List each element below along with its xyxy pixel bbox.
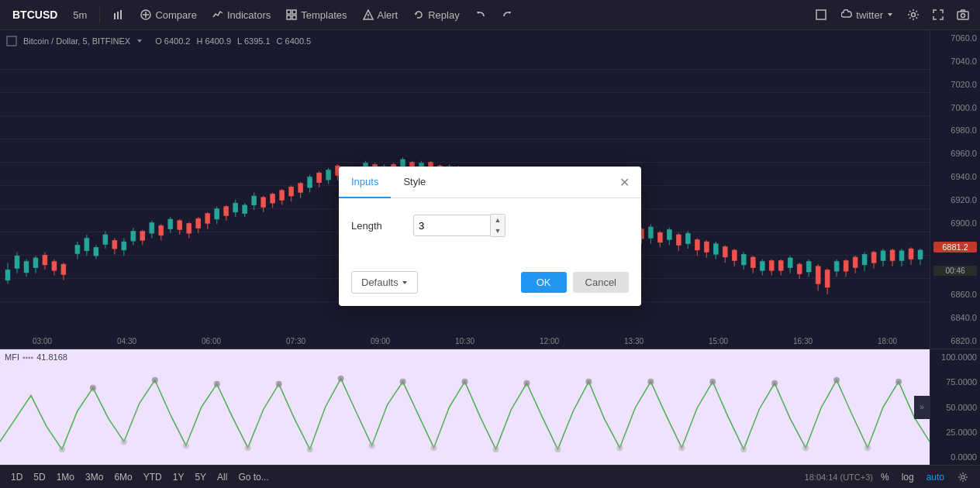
price-6920: 6920.0 — [933, 195, 977, 204]
modal-body: Length ▲ ▼ — [339, 198, 641, 265]
price-7020: 7020.0 — [933, 80, 977, 89]
symbol-text: BTCUSD — [12, 9, 57, 21]
defaults-label: Defaults — [361, 277, 399, 288]
percent-btn[interactable]: % — [876, 470, 894, 484]
period-6mo[interactable]: 6Mo — [109, 470, 136, 484]
svg-rect-187 — [657, 232, 662, 242]
mfi-icons: ▪▪▪▪ — [22, 353, 33, 362]
svg-rect-129 — [261, 198, 266, 208]
settings-btn[interactable] — [902, 4, 924, 26]
length-input[interactable] — [413, 215, 491, 236]
alert-icon — [363, 9, 374, 20]
top-bar-right: twitter — [810, 4, 974, 26]
svg-rect-39 — [122, 242, 126, 250]
ohlc-l: L 6395.1 — [237, 36, 270, 46]
svg-point-240 — [369, 442, 375, 448]
mfi-100: 100.0000 — [933, 352, 977, 362]
stepper-up-btn[interactable]: ▲ — [491, 215, 505, 225]
period-1d[interactable]: 1D — [6, 470, 27, 484]
defaults-btn[interactable]: Defaults — [351, 271, 418, 294]
modal-footer: Defaults OK Cancel — [339, 265, 641, 306]
svg-rect-111 — [61, 264, 66, 275]
svg-rect-91 — [760, 261, 764, 270]
modal-close-btn[interactable]: ✕ — [613, 171, 635, 193]
svg-rect-195 — [723, 246, 727, 257]
mfi-name: MFI — [5, 352, 19, 362]
timeframe-label[interactable]: 5m — [67, 6, 93, 24]
fullscreen-btn[interactable] — [810, 4, 832, 26]
svg-rect-51 — [243, 205, 247, 214]
modal-header: Inputs Style ✕ — [339, 167, 641, 198]
templates-btn[interactable]: Templates — [280, 6, 353, 24]
indicators-btn[interactable]: Indicators — [206, 6, 277, 24]
mfi-scale: 100.0000 75.0000 50.0000 25.0000 0.0000 — [930, 349, 980, 465]
svg-rect-25 — [15, 256, 19, 268]
undo-btn[interactable] — [469, 6, 492, 23]
svg-point-230 — [647, 379, 654, 385]
timeframe-text: 5m — [73, 9, 87, 21]
goto-btn[interactable]: Go to... — [233, 470, 273, 484]
expand-mfi-btn[interactable]: » — [914, 396, 930, 419]
svg-rect-43 — [150, 223, 154, 234]
period-3mo[interactable]: 3Mo — [81, 470, 108, 484]
mfi-50: 50.0000 — [933, 403, 977, 412]
period-1y[interactable]: 1Y — [168, 470, 189, 484]
timestamp: 18:04:14 (UTC+3) — [805, 473, 873, 482]
svg-rect-2 — [120, 10, 122, 19]
period-5d[interactable]: 5D — [29, 470, 50, 484]
compare-btn[interactable]: Compare — [134, 6, 202, 24]
svg-point-223 — [214, 381, 220, 387]
period-all[interactable]: All — [212, 470, 232, 484]
cancel-btn[interactable]: Cancel — [573, 272, 629, 293]
redo-btn[interactable] — [495, 6, 519, 23]
svg-rect-20 — [7, 36, 16, 46]
period-1mo[interactable]: 1Mo — [52, 470, 79, 484]
svg-rect-0 — [114, 13, 116, 19]
account-btn[interactable]: twitter — [835, 6, 899, 24]
mfi-0: 0.0000 — [933, 452, 977, 462]
window-icon — [816, 9, 826, 20]
replay-btn[interactable]: Replay — [407, 6, 465, 24]
maximize-btn[interactable] — [927, 4, 949, 26]
price-7000: 7000.0 — [933, 103, 977, 112]
svg-rect-220 — [0, 349, 930, 465]
svg-rect-18 — [958, 12, 968, 19]
auto-btn[interactable]: auto — [922, 470, 949, 484]
expand-icon — [933, 9, 944, 20]
svg-rect-99 — [862, 254, 867, 265]
period-ytd[interactable]: YTD — [139, 470, 167, 484]
symbol-label[interactable]: BTCUSD — [6, 5, 64, 24]
account-label: twitter — [856, 9, 883, 21]
alert-btn[interactable]: Alert — [357, 6, 405, 24]
svg-rect-139 — [317, 173, 322, 183]
svg-rect-9 — [292, 15, 296, 19]
chart-settings-btn[interactable] — [952, 466, 974, 488]
period-5y[interactable]: 5Y — [190, 470, 211, 484]
stepper-down-btn[interactable]: ▼ — [491, 225, 505, 236]
bottom-bar-right: 18:04:14 (UTC+3) % log auto — [805, 466, 974, 488]
svg-rect-209 — [825, 270, 830, 287]
templates-icon — [286, 9, 297, 20]
svg-rect-103 — [899, 251, 904, 261]
length-row: Length ▲ ▼ — [351, 214, 629, 237]
length-label: Length — [351, 220, 413, 232]
svg-point-237 — [183, 442, 189, 448]
log-btn[interactable]: log — [897, 470, 919, 484]
chevron-down-icon — [887, 12, 893, 18]
svg-rect-115 — [140, 231, 145, 240]
svg-point-245 — [678, 445, 685, 451]
camera-btn[interactable] — [952, 4, 974, 26]
modal-tab-inputs[interactable]: Inputs — [339, 167, 391, 198]
svg-rect-37 — [103, 235, 108, 245]
svg-rect-81 — [648, 227, 653, 239]
divider — [99, 6, 100, 23]
svg-rect-15 — [816, 10, 826, 19]
modal-tab-style[interactable]: Style — [391, 167, 438, 198]
svg-point-236 — [121, 438, 127, 445]
timer-badge: 00:46 — [933, 266, 977, 276]
indicators-label: Indicators — [227, 9, 271, 21]
chart-type-btn[interactable] — [106, 5, 131, 24]
mfi-75: 75.0000 — [933, 377, 977, 387]
svg-rect-205 — [797, 264, 802, 274]
ok-btn[interactable]: OK — [521, 272, 567, 293]
